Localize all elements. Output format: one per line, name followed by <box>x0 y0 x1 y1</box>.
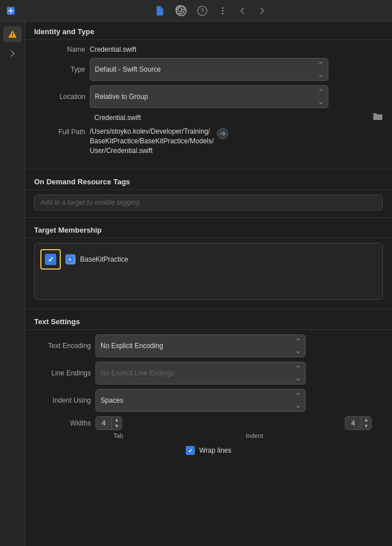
back-button[interactable] <box>237 5 248 16</box>
line-endings-chevron: ⌃⌄ <box>295 364 302 382</box>
tab-decrement-button[interactable]: ▼ <box>112 423 122 429</box>
location-dropdown-chevron: ⌃⌄ <box>318 88 324 106</box>
svg-point-11 <box>222 7 224 9</box>
target-membership-section-header: Target Membership <box>25 220 392 238</box>
checkbox-highlight: ✓ <box>40 249 61 270</box>
list-item: ✓ BaseKitPractice <box>38 247 379 272</box>
line-endings-dropdown[interactable]: No Explicit Line Endings ⌃⌄ <box>95 362 306 384</box>
line-endings-value: No Explicit Line Endings <box>101 369 174 377</box>
widths-row: Widths 4 ▲ ▼ 4 ▲ ▼ <box>34 416 383 430</box>
history-button[interactable] <box>174 4 188 18</box>
membership-list: ✓ BaseKitPractice <box>34 243 383 300</box>
encoding-chevron: ⌃⌄ <box>295 337 302 355</box>
fullpath-row: Full Path /Users/stoyko.kolev/Developer/… <box>34 127 383 155</box>
indent-label: Indent <box>232 432 277 439</box>
filename-text: Credential.swift <box>94 114 368 122</box>
toolbar-center: ? <box>33 4 387 18</box>
divider-1 <box>25 169 392 169</box>
tab-stepper-arrows: ▲ ▼ <box>112 417 122 429</box>
membership-checkbox[interactable]: ✓ <box>45 254 56 265</box>
line-endings-label: Line Endings <box>34 369 91 377</box>
toolbar: ? <box>0 0 392 22</box>
indent-using-row: Indent Using Spaces ⌃⌄ <box>34 389 383 412</box>
tags-input[interactable]: Add to a target to enable tagging <box>34 195 383 210</box>
indent-stepper[interactable]: 4 ▲ ▼ <box>345 416 372 430</box>
type-dropdown[interactable]: Default - Swift Source ⌃⌄ <box>90 58 328 81</box>
location-dropdown-value: Relative to Group <box>95 93 148 101</box>
location-dropdown[interactable]: Relative to Group ⌃⌄ <box>90 85 328 108</box>
indent-stepper-arrows: ▲ ▼ <box>361 417 371 429</box>
encoding-label: Text Encoding <box>34 342 91 350</box>
indent-using-dropdown[interactable]: Spaces ⌃⌄ <box>95 389 306 412</box>
indent-decrement-button[interactable]: ▼ <box>361 423 371 429</box>
tab-increment-button[interactable]: ▲ <box>112 417 122 423</box>
help-button[interactable]: ? <box>196 5 208 17</box>
divider-3 <box>25 309 392 309</box>
tab-label: Tab <box>95 432 141 439</box>
type-dropdown-value: Default - Swift Source <box>95 65 161 73</box>
encoding-row: Text Encoding No Explicit Encoding ⌃⌄ <box>34 334 383 357</box>
name-label: Name <box>34 46 85 53</box>
checkmark-icon: ✓ <box>48 255 54 264</box>
tab-stepper[interactable]: 4 ▲ ▼ <box>95 416 122 430</box>
add-button[interactable] <box>5 5 17 17</box>
tab-indent-labels: Tab Indent <box>95 432 383 439</box>
folder-icon-button[interactable] <box>373 113 383 122</box>
tags-area: Add to a target to enable tagging <box>25 190 392 215</box>
file-icon-button[interactable] <box>153 4 166 18</box>
layout: ! Identity and Type Name Credential.swif… <box>0 22 392 546</box>
sidebar-nav-arrow[interactable] <box>3 46 22 61</box>
location-row: Location Relative to Group ⌃⌄ <box>34 85 383 108</box>
text-settings-section-header: Text Settings <box>25 312 392 330</box>
svg-text:?: ? <box>201 7 205 14</box>
location-filename-row: Credential.swift <box>94 113 383 122</box>
svg-point-13 <box>222 13 224 14</box>
identity-form-area: Name Credential.swift Type Default - Swi… <box>25 40 392 167</box>
identity-section-header: Identity and Type <box>25 22 392 40</box>
encoding-dropdown[interactable]: No Explicit Encoding ⌃⌄ <box>95 334 306 357</box>
on-demand-section-header: On Demand Resource Tags <box>25 172 392 190</box>
wrap-checkmark-icon: ✓ <box>188 448 193 454</box>
divider-2 <box>25 217 392 218</box>
text-settings-area: Text Encoding No Explicit Encoding ⌃⌄ Li… <box>25 330 392 462</box>
name-row: Name Credential.swift <box>34 46 383 53</box>
wrap-lines-label: Wrap lines <box>199 446 231 454</box>
fullpath-text: /Users/stoyko.kolev/Developer/Training/B… <box>90 127 214 155</box>
type-label: Type <box>34 65 85 73</box>
type-dropdown-chevron: ⌃⌄ <box>318 60 324 78</box>
widths-label: Widths <box>34 419 91 427</box>
indent-using-value: Spaces <box>101 396 123 404</box>
tab-value: 4 <box>96 417 112 429</box>
svg-point-12 <box>222 10 224 11</box>
svg-point-4 <box>178 7 182 11</box>
sidebar-strip: ! <box>0 22 25 546</box>
encoding-value: No Explicit Encoding <box>101 342 163 350</box>
indent-value: 4 <box>345 417 361 429</box>
membership-item-name: BaseKitPractice <box>80 255 128 263</box>
membership-area: ✓ BaseKitPractice <box>25 238 392 307</box>
wrap-row: ✓ Wrap lines <box>34 444 383 457</box>
fullpath-label: Full Path <box>34 127 85 136</box>
wrap-lines-checkbox[interactable]: ✓ <box>186 446 195 455</box>
name-value: Credential.swift <box>90 46 136 53</box>
svg-text:!: ! <box>11 32 13 38</box>
forward-button[interactable] <box>256 5 268 16</box>
fullpath-navigate-button[interactable] <box>217 128 228 139</box>
indent-using-label: Indent Using <box>34 396 91 404</box>
main-panel: Identity and Type Name Credential.swift … <box>25 22 392 546</box>
line-endings-row: Line Endings No Explicit Line Endings ⌃⌄ <box>34 362 383 384</box>
toolbar-left <box>5 5 30 17</box>
fullpath-content: /Users/stoyko.kolev/Developer/Training/B… <box>90 127 383 155</box>
indent-increment-button[interactable]: ▲ <box>361 417 371 423</box>
app-icon <box>65 254 76 264</box>
type-row: Type Default - Swift Source ⌃⌄ <box>34 58 383 81</box>
sidebar-warning-item[interactable]: ! <box>3 26 22 42</box>
location-label: Location <box>34 93 85 101</box>
indent-using-chevron: ⌃⌄ <box>295 391 302 410</box>
more-button[interactable] <box>216 5 229 17</box>
